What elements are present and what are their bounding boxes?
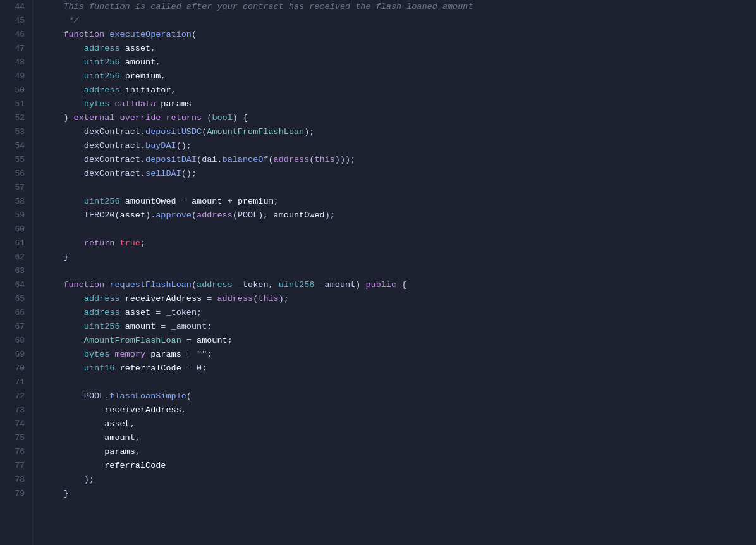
keyword-token: external [74,113,120,123]
code-line: } [43,487,756,501]
function-token: requestFlashLoan [109,280,192,290]
line-number: 55 [0,153,25,167]
line-number: 67 [0,320,25,334]
plain-token: , [155,58,161,67]
plain-token: , [161,71,166,81]
line-number: 50 [0,83,25,97]
code-line: ) external override returns (bool) { [43,111,756,125]
code-line: receiverAddress, [43,403,756,417]
plain-token: ( [268,155,273,164]
variable-token: receiverAddress [104,405,181,415]
line-number: 44 [0,0,25,14]
line-number: 53 [0,125,25,139]
type-token: address [43,308,125,317]
custom-token: AmountFromFlashLoan [43,336,181,345]
line-number: 73 [0,403,25,417]
line-number: 51 [0,97,25,111]
keyword-token: return [43,238,120,248]
code-line: uint16 referralCode = 0; [43,362,756,376]
comment-token: This function is called after your contr… [43,2,473,11]
plain-token: (); [181,169,197,178]
plain-token: ). [145,211,155,220]
line-number: 74 [0,417,25,431]
plain-token: _token, [233,280,279,290]
line-number: 63 [0,264,25,278]
plain-token: , [150,44,155,53]
type-token: uint256 [279,280,315,290]
variable-token: amount [192,197,223,206]
plain-token: POOL. [43,391,109,401]
type-token: bool [212,113,232,123]
code-line [43,376,756,389]
method-token: sellDAI [145,169,181,178]
plain-token: + [223,197,238,206]
plain-token: , [135,447,140,456]
code-line: dexContract.depositUSDC(AmountFromFlashL… [43,125,756,139]
plain-token: , [135,433,140,443]
variable-token: amountOwed [125,197,176,206]
plain-token: , [181,405,186,415]
line-number: 79 [0,487,25,501]
function-token: executeOperation [109,30,192,39]
variable-token: initiator [125,85,171,95]
plain-token: dexContract. [43,127,145,137]
keyword-token: public [365,280,396,290]
plain-token: ) [43,113,74,123]
plain-token: ( [192,30,197,39]
plain-token: = ""; [181,350,212,359]
plain-token: = [176,197,192,206]
plain-token: (dai. [197,155,223,164]
code-line: return true; [43,236,756,250]
plain-token: ( [192,280,197,290]
variable-token: amount [125,58,156,67]
custom-token: AmountFromFlashLoan [207,127,304,137]
plain-token: } [43,252,69,262]
code-line: function executeOperation( [43,28,756,42]
type-token: bytes [43,350,114,359]
variable-token: asset [125,308,151,317]
line-number: 52 [0,111,25,125]
variable-token: amountOwed [274,211,325,220]
plain-token: ( [186,391,192,401]
line-number: 64 [0,278,25,292]
line-number: 68 [0,334,25,348]
code-line [43,264,756,278]
plain-token: dexContract. [43,141,145,150]
code-line: POOL.flashLoanSimple( [43,389,756,403]
keyword-token: returns [166,113,207,123]
type-token: address [43,44,125,53]
code-line [43,223,756,236]
plain-token: IERC20( [43,211,120,220]
variable-token: params [150,350,181,359]
plain-token: } [43,489,69,498]
line-number: 76 [0,445,25,459]
code-line: AmountFromFlashLoan = amount; [43,334,756,348]
plain-token [43,419,104,429]
variable-token: amount [125,322,156,331]
keyword-token: this [314,155,334,164]
keyword-token: function [43,30,109,39]
type-token: bytes [43,99,114,109]
line-number: 78 [0,473,25,487]
code-line: uint256 amount = _amount; [43,320,756,334]
comment-token: */ [43,16,79,25]
line-number: 58 [0,195,25,209]
plain-token: ))); [335,155,355,164]
plain-token: ); [304,127,314,137]
code-content[interactable]: This function is called after your contr… [33,0,756,545]
plain-token: ; [140,238,145,248]
variable-token: asset [120,211,146,220]
plain-token: dexContract. [43,169,145,178]
variable-token: asset [125,44,151,53]
code-line: params, [43,445,756,459]
bool-token: true [120,238,140,248]
line-number: 60 [0,223,25,236]
method-token: approve [155,211,192,220]
variable-token: premium [125,71,161,81]
variable-token: params [104,447,135,456]
method-token: depositDAI [145,155,197,164]
type-token: uint256 [43,322,125,331]
line-number: 47 [0,42,25,56]
code-line: bytes memory params = ""; [43,348,756,362]
code-line: uint256 amount, [43,56,756,70]
